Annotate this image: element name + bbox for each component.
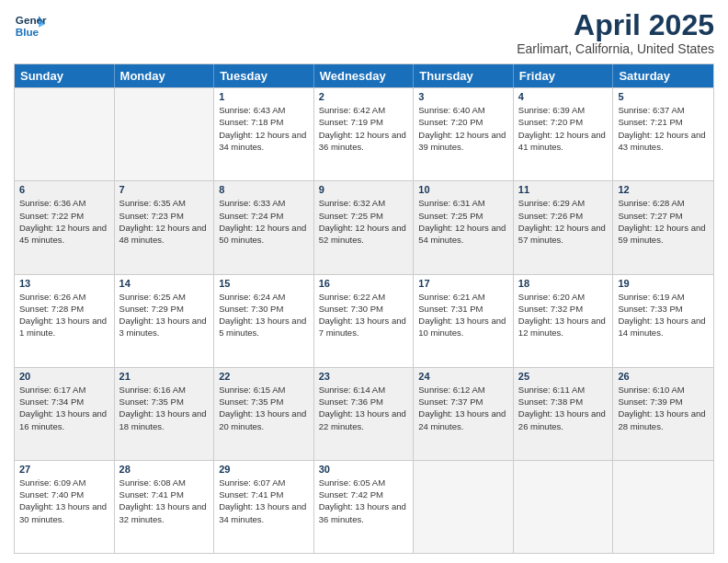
day-number: 28 (119, 464, 210, 475)
day-number: 23 (319, 371, 409, 382)
cell-info: Sunrise: 6:24 AM Sunset: 7:30 PM Dayligh… (219, 291, 309, 339)
calendar-cell (613, 461, 713, 553)
cell-info: Sunrise: 6:14 AM Sunset: 7:36 PM Dayligh… (319, 384, 409, 432)
day-number: 20 (19, 371, 109, 382)
calendar-cell: 11Sunrise: 6:29 AM Sunset: 7:26 PM Dayli… (514, 181, 614, 273)
cell-info: Sunrise: 6:25 AM Sunset: 7:29 PM Dayligh… (119, 291, 210, 339)
cell-info: Sunrise: 6:07 AM Sunset: 7:41 PM Dayligh… (219, 477, 309, 525)
calendar: SundayMondayTuesdayWednesdayThursdayFrid… (14, 63, 714, 554)
calendar-cell: 2Sunrise: 6:42 AM Sunset: 7:19 PM Daylig… (314, 88, 415, 180)
day-number: 14 (119, 278, 210, 289)
day-number: 10 (418, 184, 508, 195)
calendar-cell: 4Sunrise: 6:39 AM Sunset: 7:20 PM Daylig… (514, 88, 614, 180)
calendar-cell: 25Sunrise: 6:11 AM Sunset: 7:38 PM Dayli… (514, 368, 614, 460)
cell-info: Sunrise: 6:31 AM Sunset: 7:25 PM Dayligh… (418, 197, 508, 246)
cell-info: Sunrise: 6:21 AM Sunset: 7:31 PM Dayligh… (418, 291, 508, 339)
day-number: 15 (219, 278, 309, 289)
weekday-header: Friday (514, 64, 614, 87)
calendar-cell: 26Sunrise: 6:10 AM Sunset: 7:39 PM Dayli… (613, 368, 713, 460)
day-number: 8 (219, 184, 309, 195)
calendar-row: 27Sunrise: 6:09 AM Sunset: 7:40 PM Dayli… (15, 460, 713, 553)
calendar-cell: 16Sunrise: 6:22 AM Sunset: 7:30 PM Dayli… (314, 275, 415, 367)
calendar-cell: 3Sunrise: 6:40 AM Sunset: 7:20 PM Daylig… (414, 88, 514, 180)
cell-info: Sunrise: 6:05 AM Sunset: 7:42 PM Dayligh… (319, 477, 409, 525)
cell-info: Sunrise: 6:19 AM Sunset: 7:33 PM Dayligh… (618, 291, 709, 339)
day-number: 6 (19, 184, 109, 195)
cell-info: Sunrise: 6:33 AM Sunset: 7:24 PM Dayligh… (219, 197, 309, 246)
day-number: 3 (418, 91, 508, 102)
cell-info: Sunrise: 6:20 AM Sunset: 7:32 PM Dayligh… (518, 291, 609, 339)
weekday-header: Thursday (414, 64, 514, 87)
calendar-cell: 15Sunrise: 6:24 AM Sunset: 7:30 PM Dayli… (214, 275, 314, 367)
cell-info: Sunrise: 6:28 AM Sunset: 7:27 PM Dayligh… (618, 197, 709, 246)
day-number: 17 (418, 278, 508, 289)
calendar-cell: 19Sunrise: 6:19 AM Sunset: 7:33 PM Dayli… (613, 275, 713, 367)
day-number: 13 (19, 278, 109, 289)
cell-info: Sunrise: 6:29 AM Sunset: 7:26 PM Dayligh… (518, 197, 609, 246)
calendar-cell: 27Sunrise: 6:09 AM Sunset: 7:40 PM Dayli… (15, 461, 115, 553)
cell-info: Sunrise: 6:10 AM Sunset: 7:39 PM Dayligh… (618, 384, 709, 432)
weekday-header: Wednesday (314, 64, 415, 87)
day-number: 27 (19, 464, 109, 475)
calendar-cell (115, 88, 215, 180)
calendar-cell: 6Sunrise: 6:36 AM Sunset: 7:22 PM Daylig… (15, 181, 115, 273)
day-number: 12 (618, 184, 709, 195)
calendar-body: 1Sunrise: 6:43 AM Sunset: 7:18 PM Daylig… (15, 87, 713, 553)
calendar-cell: 10Sunrise: 6:31 AM Sunset: 7:25 PM Dayli… (414, 181, 514, 273)
cell-info: Sunrise: 6:22 AM Sunset: 7:30 PM Dayligh… (319, 291, 409, 339)
day-number: 26 (618, 371, 709, 382)
cell-info: Sunrise: 6:15 AM Sunset: 7:35 PM Dayligh… (219, 384, 309, 432)
calendar-cell: 17Sunrise: 6:21 AM Sunset: 7:31 PM Dayli… (414, 275, 514, 367)
day-number: 1 (219, 91, 309, 102)
cell-info: Sunrise: 6:12 AM Sunset: 7:37 PM Dayligh… (418, 384, 508, 432)
weekday-header: Tuesday (214, 64, 314, 87)
day-number: 9 (319, 184, 409, 195)
cell-info: Sunrise: 6:09 AM Sunset: 7:40 PM Dayligh… (19, 477, 109, 525)
day-number: 25 (518, 371, 609, 382)
calendar-cell: 5Sunrise: 6:37 AM Sunset: 7:21 PM Daylig… (613, 88, 713, 180)
cell-info: Sunrise: 6:11 AM Sunset: 7:38 PM Dayligh… (518, 384, 609, 432)
cell-info: Sunrise: 6:17 AM Sunset: 7:34 PM Dayligh… (19, 384, 109, 432)
cell-info: Sunrise: 6:32 AM Sunset: 7:25 PM Dayligh… (319, 197, 409, 246)
main-title: April 2025 (517, 9, 714, 41)
day-number: 16 (319, 278, 409, 289)
cell-info: Sunrise: 6:35 AM Sunset: 7:23 PM Dayligh… (119, 197, 210, 246)
cell-info: Sunrise: 6:16 AM Sunset: 7:35 PM Dayligh… (119, 384, 210, 432)
cell-info: Sunrise: 6:39 AM Sunset: 7:20 PM Dayligh… (518, 104, 609, 153)
cell-info: Sunrise: 6:37 AM Sunset: 7:21 PM Dayligh… (618, 104, 709, 153)
calendar-cell: 14Sunrise: 6:25 AM Sunset: 7:29 PM Dayli… (115, 275, 215, 367)
calendar-row: 13Sunrise: 6:26 AM Sunset: 7:28 PM Dayli… (15, 274, 713, 367)
weekday-header: Sunday (15, 64, 115, 87)
logo-icon: General Blue (14, 9, 47, 42)
calendar-cell: 9Sunrise: 6:32 AM Sunset: 7:25 PM Daylig… (314, 181, 415, 273)
calendar-cell: 8Sunrise: 6:33 AM Sunset: 7:24 PM Daylig… (214, 181, 314, 273)
day-number: 2 (319, 91, 409, 102)
logo: General Blue (14, 9, 47, 42)
calendar-row: 1Sunrise: 6:43 AM Sunset: 7:18 PM Daylig… (15, 87, 713, 180)
calendar-row: 20Sunrise: 6:17 AM Sunset: 7:34 PM Dayli… (15, 367, 713, 460)
calendar-cell: 21Sunrise: 6:16 AM Sunset: 7:35 PM Dayli… (115, 368, 215, 460)
cell-info: Sunrise: 6:36 AM Sunset: 7:22 PM Dayligh… (19, 197, 109, 246)
day-number: 18 (518, 278, 609, 289)
day-number: 30 (319, 464, 409, 475)
subtitle: Earlimart, California, United States (517, 41, 714, 56)
cell-info: Sunrise: 6:08 AM Sunset: 7:41 PM Dayligh… (119, 477, 210, 525)
calendar-cell: 29Sunrise: 6:07 AM Sunset: 7:41 PM Dayli… (214, 461, 314, 553)
calendar-cell (15, 88, 115, 180)
day-number: 29 (219, 464, 309, 475)
day-number: 24 (418, 371, 508, 382)
calendar-cell: 28Sunrise: 6:08 AM Sunset: 7:41 PM Dayli… (115, 461, 215, 553)
day-number: 21 (119, 371, 210, 382)
day-number: 5 (618, 91, 709, 102)
weekday-header: Monday (115, 64, 215, 87)
day-number: 22 (219, 371, 309, 382)
calendar-cell: 30Sunrise: 6:05 AM Sunset: 7:42 PM Dayli… (314, 461, 415, 553)
cell-info: Sunrise: 6:43 AM Sunset: 7:18 PM Dayligh… (219, 104, 309, 153)
cell-info: Sunrise: 6:40 AM Sunset: 7:20 PM Dayligh… (418, 104, 508, 153)
day-number: 4 (518, 91, 609, 102)
cell-info: Sunrise: 6:42 AM Sunset: 7:19 PM Dayligh… (319, 104, 409, 153)
day-number: 7 (119, 184, 210, 195)
calendar-cell: 20Sunrise: 6:17 AM Sunset: 7:34 PM Dayli… (15, 368, 115, 460)
calendar-row: 6Sunrise: 6:36 AM Sunset: 7:22 PM Daylig… (15, 180, 713, 273)
page: General Blue April 2025 Earlimart, Calif… (0, 0, 728, 563)
